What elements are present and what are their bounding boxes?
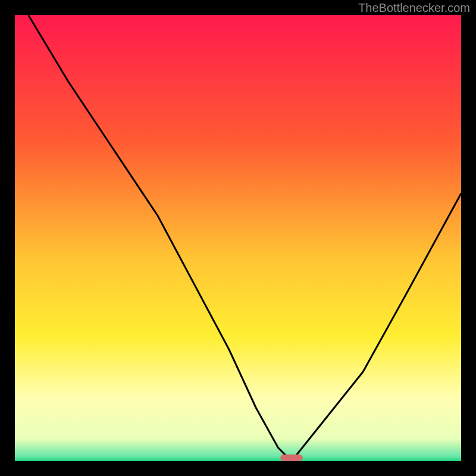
optimal-marker xyxy=(280,455,303,461)
watermark-text: TheBottlenecker.com xyxy=(358,1,470,14)
bottleneck-chart: TheBottlenecker.com xyxy=(0,0,476,476)
plot-area xyxy=(15,15,461,461)
